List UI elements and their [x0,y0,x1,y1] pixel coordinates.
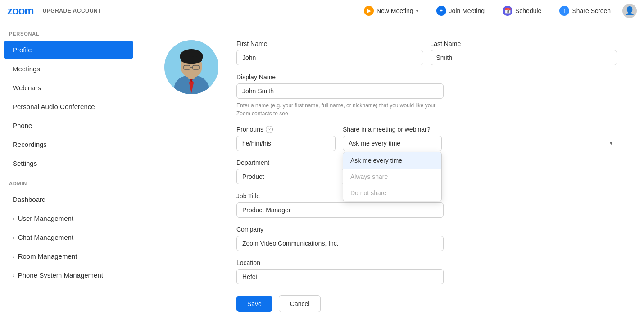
display-name-input[interactable] [236,83,444,99]
share-dropdown-wrap: Ask me every time ▾ Ask me every time Al… [343,136,617,151]
first-name-label: First Name [236,40,423,47]
sidebar-item-webinars[interactable]: Webinars [4,78,133,97]
sidebar-item-label: Chat Management [18,233,73,241]
sidebar-item-settings[interactable]: Settings [4,154,133,173]
sidebar: PERSONAL Profile Meetings Webinars Perso… [0,22,137,329]
profile-form: First Name Last Name Display Name Enter … [236,40,617,312]
share-group: Share in a meeting or webinar? Ask me ev… [343,126,617,151]
chevron-right-icon: › [13,273,14,278]
user-avatar[interactable]: 👤 [622,4,637,18]
pronouns-label: Pronouns ? [236,126,336,133]
job-title-input[interactable] [236,202,444,218]
company-group: Company [236,226,617,251]
pronouns-group: Pronouns ? [236,126,336,151]
zoom-logo[interactable]: zoom [7,5,34,17]
sidebar-item-dashboard[interactable]: Dashboard [4,190,133,209]
sidebar-item-phone[interactable]: Phone [4,116,133,135]
department-input[interactable] [236,169,345,184]
chevron-down-icon: ▾ [610,140,612,146]
company-input[interactable] [236,236,444,251]
location-group: Location [236,259,617,284]
last-name-label: Last Name [431,40,617,47]
save-button[interactable]: Save [236,296,272,312]
header: zoom UPGRADE ACCOUNT ▶ New Meeting ▾ + J… [0,0,644,22]
share-dropdown-menu: Ask me every time Always share Do not sh… [343,152,442,201]
chevron-right-icon: › [13,216,14,221]
sidebar-item-personal-audio-conference[interactable]: Personal Audio Conference [4,97,133,116]
share-option-ask[interactable]: Ask me every time [343,152,441,169]
display-name-group: Display Name Enter a name (e.g. your fir… [236,73,617,118]
schedule-icon: 📅 [503,6,512,16]
share-screen-icon: ↑ [559,6,569,16]
first-name-group: First Name [236,40,423,65]
sidebar-item-phone-system-management[interactable]: › Phone System Management [4,266,133,284]
schedule-button[interactable]: 📅 Schedule [496,3,548,19]
cancel-button[interactable]: Cancel [279,295,321,312]
sidebar-item-meetings[interactable]: Meetings [4,59,133,78]
location-input[interactable] [236,269,444,284]
join-meeting-button[interactable]: + Join Meeting [430,3,491,19]
profile-avatar-wrap [164,40,218,94]
sidebar-item-recordings[interactable]: Recordings [4,135,133,154]
company-label: Company [236,226,617,233]
new-meeting-icon: ▶ [364,6,374,16]
share-dropdown-trigger[interactable]: Ask me every time [343,136,442,151]
sidebar-item-label: Room Management [18,252,77,260]
pronouns-input[interactable] [236,136,336,151]
pronouns-share-row: Pronouns ? Share in a meeting or webinar… [236,126,617,151]
svg-point-5 [181,56,202,64]
display-name-label: Display Name [236,73,617,81]
share-label: Share in a meeting or webinar? [343,126,617,133]
sidebar-item-profile[interactable]: Profile [4,41,133,59]
last-name-input[interactable] [431,50,617,65]
sidebar-item-room-management[interactable]: › Room Management [4,247,133,265]
main-content: First Name Last Name Display Name Enter … [137,22,644,329]
main-layout: PERSONAL Profile Meetings Webinars Perso… [0,22,644,329]
chevron-down-icon: ▾ [416,9,418,14]
last-name-group: Last Name [431,40,617,65]
sidebar-item-user-management[interactable]: › User Management [4,209,133,228]
admin-section-label: ADMIN [0,181,137,190]
name-row: First Name Last Name [236,40,617,65]
profile-top: First Name Last Name Display Name Enter … [164,40,617,312]
chevron-right-icon: › [13,235,14,240]
share-screen-button[interactable]: ↑ Share Screen [553,3,617,19]
location-label: Location [236,259,617,266]
personal-section-label: PERSONAL [0,31,137,40]
pronouns-info-icon[interactable]: ? [266,126,273,133]
share-option-always[interactable]: Always share [343,169,441,185]
display-name-hint: Enter a name (e.g. your first name, full… [236,101,444,118]
join-meeting-icon: + [436,6,446,16]
first-name-input[interactable] [236,50,423,65]
share-dropdown-value: Ask me every time [349,140,400,147]
sidebar-item-chat-management[interactable]: › Chat Management [4,228,133,247]
profile-avatar[interactable] [164,40,218,94]
upgrade-account-link[interactable]: UPGRADE ACCOUNT [43,8,101,14]
new-meeting-button[interactable]: ▶ New Meeting ▾ [358,3,425,19]
sidebar-item-label: User Management [18,215,73,222]
share-option-never[interactable]: Do not share [343,185,441,201]
sidebar-item-label: Phone System Management [18,271,103,279]
form-actions: Save Cancel [236,295,617,312]
chevron-right-icon: › [13,254,14,259]
